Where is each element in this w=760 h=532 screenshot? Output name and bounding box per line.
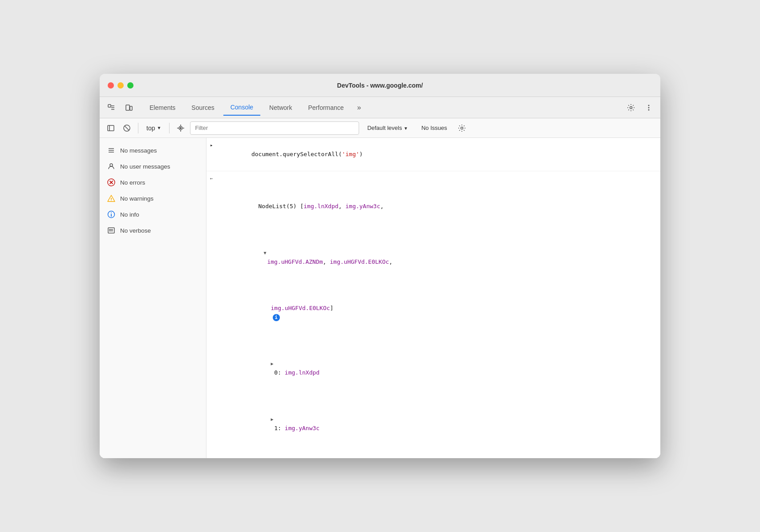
- svg-point-8: [648, 107, 650, 108]
- sidebar-item-label-user: No user messages: [120, 163, 170, 170]
- sidebar-item-all[interactable]: No messages: [100, 142, 206, 158]
- svg-rect-4: [126, 105, 129, 110]
- settings-icon[interactable]: [624, 101, 638, 115]
- svg-rect-0: [108, 105, 111, 107]
- info-icon: [107, 210, 116, 219]
- minimize-button[interactable]: [117, 82, 124, 89]
- svg-point-9: [648, 109, 650, 110]
- svg-point-36: [109, 229, 110, 230]
- console-code-1: document.querySelectorAll('img'): [217, 141, 655, 168]
- devtools-toolbar-icons: [104, 101, 136, 115]
- sidebar-item-label-warnings: No warnings: [120, 195, 154, 202]
- toolbar-divider-2: [169, 123, 170, 133]
- expand-arrow-0[interactable]: ▶: [271, 361, 274, 366]
- toolbar-divider-1: [138, 123, 138, 133]
- console-sidebar: No messages No user messages: [100, 138, 206, 458]
- select-element-icon[interactable]: [104, 101, 118, 115]
- device-toolbar-icon[interactable]: [122, 101, 136, 115]
- info-badge: i: [273, 314, 280, 321]
- sidebar-item-label-errors: No errors: [120, 179, 145, 186]
- sidebar-item-label-verbose: No verbose: [120, 227, 151, 234]
- close-button[interactable]: [108, 82, 114, 89]
- svg-point-37: [109, 230, 110, 231]
- tab-console[interactable]: Console: [223, 100, 260, 116]
- list-icon: [107, 146, 116, 155]
- tab-performance[interactable]: Performance: [301, 100, 351, 116]
- main-area: No messages No user messages: [100, 138, 660, 458]
- dropdown-arrow-icon: ▼: [157, 125, 161, 130]
- tab-network[interactable]: Network: [262, 100, 299, 116]
- sidebar-item-label-all: No messages: [120, 147, 157, 154]
- verbose-icon: [107, 226, 116, 235]
- svg-rect-10: [108, 125, 114, 131]
- input-arrow-1: ▸: [210, 141, 213, 149]
- console-toolbar: top ▼ Default levels ▼ No Issues: [100, 118, 660, 138]
- sidebar-item-info[interactable]: No info: [100, 206, 206, 222]
- sidebar-item-warnings[interactable]: No warnings: [100, 190, 206, 206]
- svg-point-20: [461, 127, 463, 129]
- titlebar: DevTools - www.google.com/: [100, 74, 660, 97]
- error-icon: [107, 178, 116, 187]
- user-icon: [107, 162, 116, 171]
- svg-rect-5: [130, 106, 132, 110]
- svg-point-32: [111, 213, 112, 214]
- context-selector[interactable]: top ▼: [143, 123, 165, 133]
- window-controls: [108, 82, 133, 89]
- svg-rect-33: [108, 228, 114, 233]
- live-expressions-icon[interactable]: [174, 121, 187, 135]
- more-tabs-button[interactable]: »: [353, 101, 366, 114]
- devtools-window: DevTools - www.google.com/ Elements: [100, 74, 660, 458]
- log-levels-button[interactable]: Default levels ▼: [362, 123, 413, 133]
- sidebar-toggle-icon[interactable]: [104, 121, 117, 135]
- svg-point-15: [180, 127, 182, 129]
- console-settings-icon[interactable]: [455, 121, 469, 135]
- window-title: DevTools - www.google.com/: [337, 82, 423, 89]
- issues-counter: No Issues: [416, 123, 453, 133]
- output-arrow-2: ←: [210, 175, 213, 183]
- expand-arrow-nodelist[interactable]: ▼: [264, 250, 267, 255]
- console-output[interactable]: ▸ document.querySelectorAll('img') ← Nod…: [206, 138, 660, 458]
- expand-arrow-1[interactable]: ▶: [271, 417, 274, 422]
- console-code-2: NodeList(5) [img.lnXdpd, img.yAnw3c, ▼ i…: [217, 174, 655, 458]
- maximize-button[interactable]: [127, 82, 133, 89]
- tab-elements[interactable]: Elements: [142, 100, 182, 116]
- tab-bar: Elements Sources Console Network Perform…: [100, 97, 660, 118]
- svg-point-7: [648, 105, 650, 106]
- sidebar-item-verbose[interactable]: No verbose: [100, 222, 206, 238]
- sidebar-item-errors[interactable]: No errors: [100, 174, 206, 190]
- svg-line-13: [125, 126, 129, 130]
- sidebar-item-label-info: No info: [120, 211, 139, 218]
- console-entry-1: ▸ document.querySelectorAll('img'): [206, 138, 660, 171]
- levels-dropdown-icon: ▼: [404, 126, 408, 131]
- sidebar-item-user[interactable]: No user messages: [100, 158, 206, 174]
- tab-sources[interactable]: Sources: [184, 100, 221, 116]
- console-entry-2: ← NodeList(5) [img.lnXdpd, img.yAnw3c, ▼…: [206, 171, 660, 458]
- svg-point-24: [110, 164, 113, 166]
- tabbar-right-actions: [624, 101, 656, 115]
- filter-input[interactable]: [190, 121, 359, 135]
- svg-point-6: [630, 106, 632, 109]
- warning-icon: [107, 194, 116, 203]
- customize-menu-icon[interactable]: [642, 101, 656, 115]
- svg-point-29: [111, 200, 112, 201]
- clear-console-icon[interactable]: [120, 121, 133, 135]
